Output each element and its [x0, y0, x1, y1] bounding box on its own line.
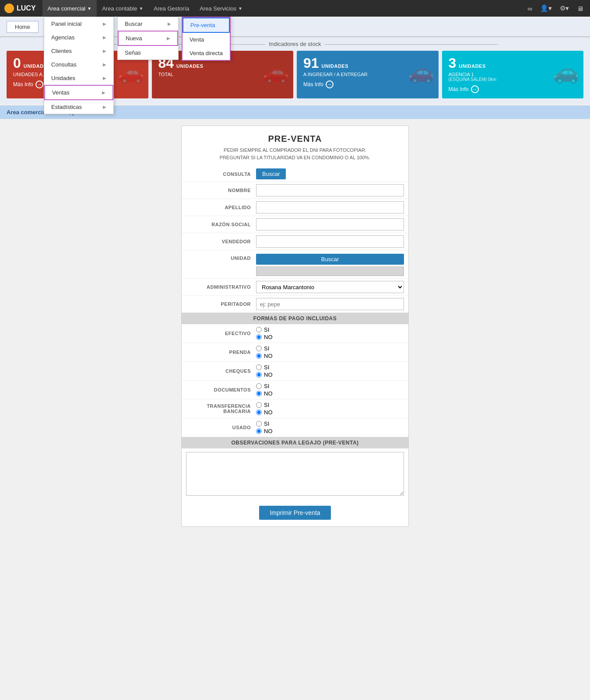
card-number: 0 — [13, 56, 21, 70]
radio-documentos: SI NO — [256, 383, 273, 397]
radio-transferencia: SI NO — [256, 402, 273, 416]
user-icon[interactable]: 👤▾ — [538, 4, 554, 12]
card-unit: UNIDADES — [176, 63, 203, 69]
label-efectivo: EFECTIVO — [186, 331, 256, 336]
label-administrativo: ADMINISTRATIVO — [186, 284, 256, 290]
radio-prenda-si-input[interactable] — [256, 346, 262, 351]
car-icon: 🚗 — [553, 60, 579, 84]
input-peritador[interactable] — [256, 298, 404, 310]
card-unit: UNIDADES — [322, 63, 348, 69]
radio-usado-si[interactable]: SI — [256, 420, 273, 427]
radio-usado-si-input[interactable] — [256, 421, 262, 427]
arrow-icon: ▶ — [167, 36, 170, 41]
menu-clientes[interactable]: Clientes ▶ — [44, 44, 113, 58]
menu-nueva[interactable]: Nueva ▶ — [118, 31, 178, 46]
radio-prenda-si[interactable]: SI — [256, 345, 273, 352]
menu-panel-inicial[interactable]: Panel inicial ▶ — [44, 17, 113, 31]
label-vendedor: VENDEDOR — [186, 239, 256, 244]
logo-icon — [4, 4, 14, 13]
menu-venta[interactable]: Venta — [183, 33, 230, 46]
menu-buscar[interactable]: Buscar ▶ — [118, 17, 178, 31]
arrow-icon: ▶ — [103, 62, 106, 67]
radio-cheques: SI NO — [256, 364, 273, 378]
radio-transferencia-si[interactable]: SI — [256, 402, 273, 408]
radio-cheques-si[interactable]: SI — [256, 364, 273, 371]
radio-documentos-si[interactable]: SI — [256, 383, 273, 389]
menu-consultas[interactable]: Consultas ▶ — [44, 58, 113, 71]
arrow-icon: ▶ — [103, 21, 106, 26]
nav-area-comercial[interactable]: Area comercial ▼ — [42, 0, 97, 17]
radio-documentos-no-input[interactable] — [256, 391, 262, 396]
menu-ventas[interactable]: Ventas ▶ — [44, 85, 113, 100]
arrow-circle-icon: → — [471, 85, 479, 93]
infinity-icon[interactable]: ∞ — [525, 5, 534, 12]
button-consulta-buscar[interactable]: Buscar — [256, 168, 286, 179]
input-nombre[interactable] — [256, 184, 404, 196]
radio-cheques-no[interactable]: NO — [256, 371, 273, 378]
home-tab[interactable]: Home — [7, 21, 39, 33]
nav-area-servicios[interactable]: Area Servicios ▼ — [194, 0, 248, 17]
input-razon-social[interactable] — [256, 218, 404, 231]
row-administrativo: ADMINISTRATIVO Rosana Marcantonio — [182, 279, 408, 296]
radio-transferencia-no-input[interactable] — [256, 410, 262, 415]
unidad-display — [256, 266, 404, 276]
menu-unidades[interactable]: Unidades ▶ — [44, 71, 113, 85]
dropdown-nueva: Pre-venta Venta Venta directa — [182, 17, 231, 61]
caret-icon: ▼ — [238, 6, 242, 11]
arrow-icon: ▶ — [103, 105, 106, 109]
card-unit: UNIDADES — [459, 63, 485, 69]
radio-transferencia-si-input[interactable] — [256, 402, 262, 408]
car-icon: 🚗 — [118, 60, 144, 84]
dropdown-area-comercial: Panel inicial ▶ Agencias ▶ Clientes ▶ Co… — [44, 17, 114, 114]
gear-icon[interactable]: ⚙▾ — [558, 4, 571, 12]
menu-estadisticas[interactable]: Estadísticas ▶ — [44, 100, 113, 114]
label-documentos: DOCUMENTOS — [186, 387, 256, 392]
arrow-icon: ▶ — [103, 35, 106, 40]
input-vendedor[interactable] — [256, 235, 404, 248]
input-apellido[interactable] — [256, 201, 404, 214]
menu-venta-directa[interactable]: Venta directa — [183, 46, 230, 60]
textarea-observaciones[interactable] — [186, 452, 404, 496]
select-administrativo[interactable]: Rosana Marcantonio — [256, 281, 404, 293]
row-observaciones — [182, 448, 408, 500]
radio-prenda-no[interactable]: NO — [256, 353, 273, 359]
dropdown-ventas: Buscar ▶ Nueva ▶ Señas — [117, 17, 179, 60]
radio-transferencia-no[interactable]: NO — [256, 409, 273, 416]
row-nombre: NOMBRE — [182, 182, 408, 199]
row-cheques: CHEQUES SI NO — [182, 362, 408, 381]
radio-efectivo-si[interactable]: SI — [256, 326, 273, 333]
nav-right: ∞ 👤▾ ⚙▾ 🖥 — [525, 4, 586, 12]
car-icon: 🚗 — [263, 60, 289, 84]
radio-cheques-no-input[interactable] — [256, 372, 262, 378]
menu-senas[interactable]: Señas — [118, 46, 178, 60]
row-documentos: DOCUMENTOS SI NO — [182, 381, 408, 399]
menu-pre-venta[interactable]: Pre-venta — [183, 18, 230, 33]
radio-efectivo: SI NO — [256, 326, 273, 340]
radio-cheques-si-input[interactable] — [256, 364, 262, 370]
row-razon-social: RAZÓN SOCIAL — [182, 216, 408, 233]
nav-area-contable[interactable]: Area contable ▼ — [97, 0, 148, 17]
caret-icon: ▼ — [87, 6, 91, 11]
button-unidad-buscar[interactable]: Buscar — [256, 254, 404, 265]
radio-prenda-no-input[interactable] — [256, 353, 262, 359]
monitor-icon[interactable]: 🖥 — [575, 5, 586, 12]
radio-efectivo-no[interactable]: NO — [256, 334, 273, 340]
radio-efectivo-no-input[interactable] — [256, 334, 262, 340]
label-consulta: CONSULTA — [186, 172, 256, 177]
brand-name: LUCY — [17, 4, 36, 12]
menu-agencias[interactable]: Agencias ▶ — [44, 31, 113, 44]
nav-menu: Area comercial ▼ Area contable ▼ Area Ge… — [42, 0, 526, 17]
nav-area-gestoria[interactable]: Area Gestoría — [148, 0, 194, 17]
row-unidad: UNIDAD Buscar — [182, 250, 408, 279]
radio-efectivo-si-input[interactable] — [256, 327, 262, 332]
mas-info-button-3[interactable]: Más Info → — [449, 85, 577, 93]
radio-usado-no-input[interactable] — [256, 428, 262, 434]
formas-pago-header: FORMAS DE PAGO INCLUIDAS — [182, 313, 408, 324]
row-efectivo: EFECTIVO SI NO — [182, 324, 408, 343]
arrow-icon: ▶ — [102, 90, 105, 95]
radio-usado-no[interactable]: NO — [256, 428, 273, 434]
radio-documentos-no[interactable]: NO — [256, 390, 273, 397]
button-imprimir[interactable]: Imprimir Pre-venta — [259, 506, 330, 520]
label-apellido: APELLIDO — [186, 205, 256, 210]
radio-documentos-si-input[interactable] — [256, 383, 262, 389]
